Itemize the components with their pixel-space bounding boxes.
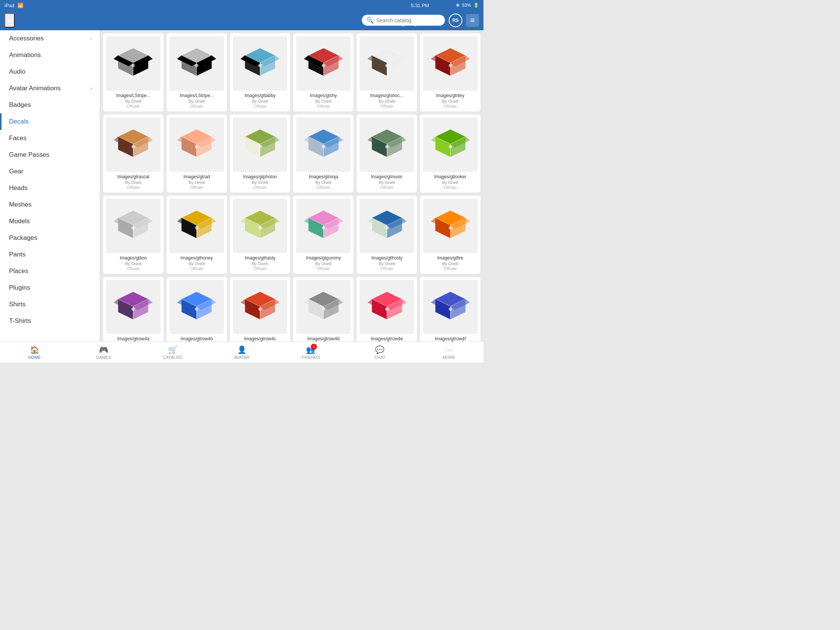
item-price: Offsale bbox=[423, 185, 477, 189]
bottom-nav-item-home[interactable]: 🏠 HOME bbox=[0, 342, 69, 363]
item-price: Offsale bbox=[233, 185, 287, 189]
catalog-item[interactable]: Images/gtrow4f By Onett Offsale bbox=[420, 277, 480, 341]
catalog-grid: Images/LStripe... By Onett Offsale Image… bbox=[103, 33, 480, 341]
nav-icon-avatar: 👤 bbox=[237, 345, 246, 354]
bottom-nav-item-friends[interactable]: 👥 1 FRIENDS bbox=[276, 342, 345, 363]
sidebar-item-pants[interactable]: Pants bbox=[0, 246, 100, 263]
item-image bbox=[233, 36, 287, 91]
item-image bbox=[233, 117, 287, 172]
nav-icon-more: ⋯ bbox=[445, 345, 453, 354]
catalog-item[interactable]: Images/gtfire By Onett Offsale bbox=[420, 196, 480, 274]
svg-point-89 bbox=[258, 226, 262, 230]
catalog-item[interactable]: Images/gthasty By Onett Offsale bbox=[230, 196, 291, 274]
catalog-item[interactable]: Images/gtrad By Onett Offsale bbox=[167, 114, 227, 193]
sidebar-item-label: Game Passes bbox=[9, 151, 49, 159]
creator-name: Onett bbox=[131, 261, 141, 266]
by-label: By bbox=[125, 180, 131, 185]
device-label: iPad bbox=[5, 3, 14, 8]
catalog-item[interactable]: Images/gtphoton By Onett Offsale bbox=[230, 114, 291, 193]
by-label: By bbox=[442, 261, 448, 266]
by-label: By bbox=[252, 99, 258, 104]
sidebar-item-gear[interactable]: Gear bbox=[0, 163, 100, 180]
bottom-nav-item-chat[interactable]: 💬 CHAT bbox=[345, 342, 414, 363]
catalog-item[interactable]: Images/gttabby By Onett Offsale bbox=[230, 33, 291, 111]
catalog-item[interactable]: Images/gtrow4d By Onett Offsale bbox=[293, 277, 354, 341]
nav-bar: ‹ Home LightningstrikerII: 13+ 🔍 RS ≡ bbox=[0, 11, 483, 30]
creator-name: Onett bbox=[448, 261, 458, 266]
catalog-item[interactable]: Images/gtlion By Onett Offsale bbox=[103, 196, 164, 274]
by-label: By bbox=[379, 99, 385, 104]
item-name: Images/gtfire bbox=[423, 255, 477, 261]
back-button[interactable]: ‹ bbox=[5, 13, 15, 28]
item-image bbox=[423, 117, 477, 172]
catalog-item[interactable]: Images/LStripe... By Onett Offsale bbox=[103, 33, 164, 111]
svg-point-95 bbox=[322, 226, 325, 230]
item-name: Images/gtrow4e bbox=[360, 336, 414, 341]
sidebar-item-badges[interactable]: Badges bbox=[0, 97, 100, 113]
sidebar-item-animations[interactable]: Animations bbox=[0, 47, 100, 63]
item-image bbox=[423, 280, 477, 334]
robux-button[interactable]: RS bbox=[449, 14, 462, 27]
bottom-nav-item-avatar[interactable]: 👤 AVATAR bbox=[207, 342, 276, 363]
bottom-nav-item-catalog[interactable]: 🛒 CATALOG bbox=[138, 342, 207, 363]
bottom-nav-item-more[interactable]: ⋯ MORE bbox=[414, 342, 483, 363]
catalog-item[interactable]: Images/gtninja By Onett Offsale bbox=[293, 114, 354, 193]
sidebar-item-game-passes[interactable]: Game Passes bbox=[0, 147, 100, 163]
nav-icon-catalog: 🛒 bbox=[168, 345, 177, 354]
catalog-item[interactable]: Images/gtshoc... By Onett Offsale bbox=[357, 33, 417, 111]
sidebar-item-decals[interactable]: Decals bbox=[0, 113, 100, 130]
catalog-item[interactable]: Images/gtlooker By Onett Offsale bbox=[420, 114, 480, 193]
item-name: Images/gtshoc... bbox=[360, 93, 414, 98]
catalog-item[interactable]: Images/gtrow4b By Onett Offsale bbox=[167, 277, 227, 341]
sidebar-item-avatar-animations[interactable]: Avatar Animations› bbox=[0, 80, 100, 97]
creator-name: Onett bbox=[258, 99, 268, 104]
nav-title: Home bbox=[398, 14, 442, 22]
catalog-item[interactable]: Images/gtriley By Onett Offsale bbox=[420, 33, 480, 111]
svg-point-41 bbox=[131, 145, 135, 148]
catalog-item[interactable]: Images/gtrascal By Onett Offsale bbox=[103, 114, 164, 193]
catalog-item[interactable]: Images/gtgummy By Onett Offsale bbox=[293, 196, 354, 274]
sidebar-item-plugins[interactable]: Plugins bbox=[0, 279, 100, 296]
item-price: Offsale bbox=[296, 266, 351, 271]
item-image bbox=[233, 199, 287, 253]
sidebar-item-label: Shirts bbox=[9, 301, 25, 308]
catalog-item[interactable]: Images/LStripe... By Onett Offsale bbox=[167, 33, 227, 111]
catalog-item[interactable]: Images/gtfrosty By Onett Offsale bbox=[357, 196, 417, 274]
sidebar-item-models[interactable]: Models bbox=[0, 213, 100, 230]
sidebar-item-faces[interactable]: Faces bbox=[0, 130, 100, 147]
svg-point-5 bbox=[131, 64, 135, 67]
catalog-item[interactable]: Images/gthoney By Onett Offsale bbox=[167, 196, 227, 274]
creator-name: Onett bbox=[194, 261, 205, 266]
sidebar-item-places[interactable]: Places bbox=[0, 263, 100, 279]
menu-button[interactable]: ≡ bbox=[466, 14, 479, 27]
item-image bbox=[296, 199, 351, 253]
item-name: Images/gtrad bbox=[170, 174, 224, 179]
battery-icon: 🔋 bbox=[473, 3, 479, 8]
sidebar-item-audio[interactable]: Audio bbox=[0, 63, 100, 80]
svg-point-65 bbox=[385, 145, 388, 148]
item-image bbox=[170, 280, 224, 334]
sidebar-item-label: Decals bbox=[9, 118, 29, 125]
item-image bbox=[360, 36, 414, 91]
by-label: By bbox=[188, 99, 194, 104]
catalog-item[interactable]: Images/gtshy By Onett Offsale bbox=[293, 33, 354, 111]
creator-name: Onett bbox=[194, 180, 205, 185]
item-name: Images/gtrow4c bbox=[233, 336, 287, 341]
catalog-area[interactable]: Images/LStripe... By Onett Offsale Image… bbox=[100, 30, 483, 341]
sidebar-item-meshes[interactable]: Meshes bbox=[0, 196, 100, 213]
sidebar: Accessories›AnimationsAudioAvatar Animat… bbox=[0, 30, 100, 341]
bottom-nav-item-games[interactable]: 🎮 GAMES bbox=[69, 342, 138, 363]
catalog-item[interactable]: Images/gtrow4c By Onett Offsale bbox=[230, 277, 291, 341]
sidebar-item-shirts[interactable]: Shirts bbox=[0, 296, 100, 313]
main-container: Accessories›AnimationsAudioAvatar Animat… bbox=[0, 30, 483, 341]
sidebar-item-t-shirts[interactable]: T-Shirts bbox=[0, 313, 100, 329]
sidebar-item-packages[interactable]: Packages bbox=[0, 230, 100, 246]
item-price: Offsale bbox=[106, 104, 161, 108]
sidebar-item-accessories[interactable]: Accessories› bbox=[0, 30, 100, 47]
item-price: Offsale bbox=[170, 266, 224, 271]
catalog-item[interactable]: Images/gtmusic By Onett Offsale bbox=[357, 114, 417, 193]
by-label: By bbox=[315, 261, 321, 266]
catalog-item[interactable]: Images/gtrow4e By Onett Offsale bbox=[357, 277, 417, 341]
catalog-item[interactable]: Images/gtrow4a By Onett Offsale bbox=[103, 277, 164, 341]
sidebar-item-heads[interactable]: Heads bbox=[0, 180, 100, 196]
